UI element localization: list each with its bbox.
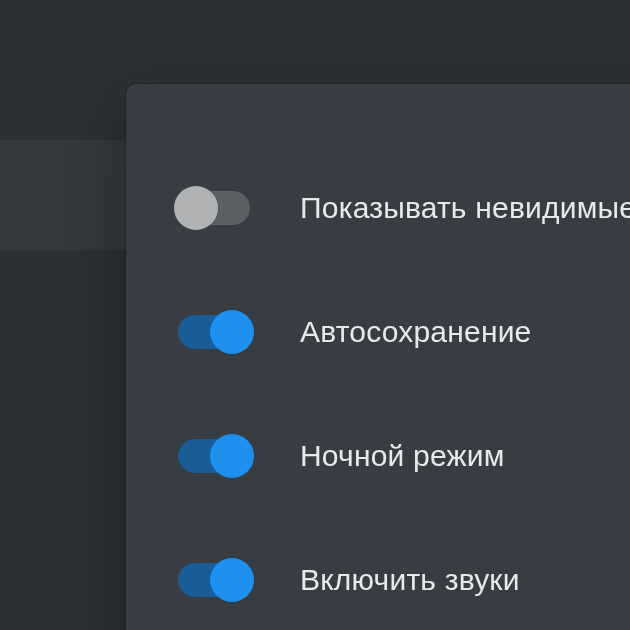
toggle-knob	[210, 558, 254, 602]
setting-row-enable-sounds: Включить звуки	[178, 518, 630, 630]
setting-label: Включить звуки	[300, 563, 520, 597]
toggle-show-invisible[interactable]	[178, 191, 250, 225]
setting-row-autosave: Автосохранение	[178, 270, 630, 394]
settings-panel: Показывать невидимые Автосохранение Ночн…	[126, 84, 630, 630]
setting-label: Показывать невидимые	[300, 191, 630, 225]
setting-label: Ночной режим	[300, 439, 505, 473]
setting-label: Автосохранение	[300, 315, 532, 349]
toggle-enable-sounds[interactable]	[178, 563, 250, 597]
toggle-knob	[210, 434, 254, 478]
setting-row-show-invisible: Показывать невидимые	[178, 146, 630, 270]
toggle-knob	[210, 310, 254, 354]
toggle-night-mode[interactable]	[178, 439, 250, 473]
setting-row-night-mode: Ночной режим	[178, 394, 630, 518]
toggle-knob	[174, 186, 218, 230]
toggle-autosave[interactable]	[178, 315, 250, 349]
